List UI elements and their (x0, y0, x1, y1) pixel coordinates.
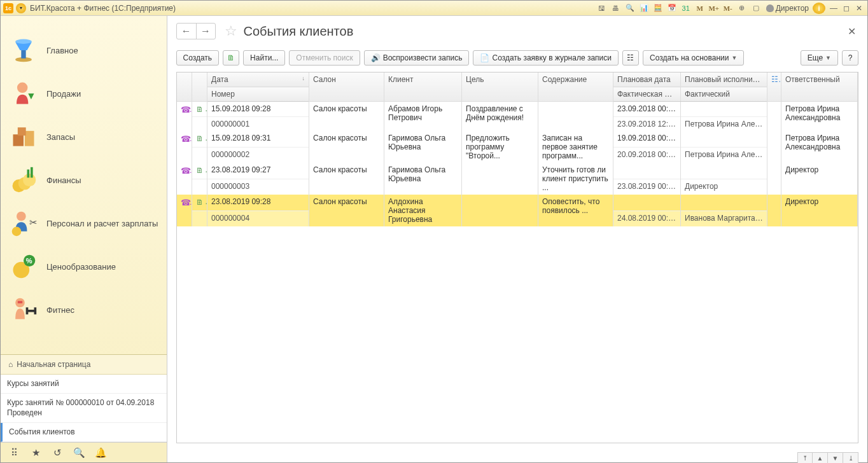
add-icon[interactable]: ⊕ (736, 3, 748, 14)
back-button[interactable]: ← (177, 24, 196, 39)
forward-button[interactable]: → (196, 24, 215, 39)
maximize-button[interactable]: ◻ (841, 3, 852, 13)
scroll-down-button[interactable]: ▼ (828, 452, 843, 463)
cell-goal: Предложить программу "Второй... (462, 131, 538, 163)
col-actual[interactable]: Фактический (681, 87, 767, 102)
user-indicator[interactable]: Директор (764, 4, 811, 13)
copy-button[interactable]: 🗎 (223, 50, 239, 66)
sidebar-item-hr[interactable]: ✂ Персонал и расчет зарплаты (1, 202, 167, 245)
sidebar-item-stock[interactable]: Запасы (1, 115, 167, 158)
sidebar-item-sales[interactable]: Продажи (1, 72, 167, 115)
scroll-top-button[interactable]: ⤒ (797, 452, 813, 463)
col-plan-executor[interactable]: Плановый исполнитель (681, 73, 767, 87)
history-icon[interactable]: ↺ (52, 447, 63, 459)
play-record-button[interactable]: 🔊Воспроизвести запись (364, 50, 470, 66)
table-row[interactable]: ☎🗎23.08.2019 09:27Салон красотыГаримова … (177, 163, 858, 179)
compare-icon[interactable]: 📊 (638, 3, 650, 14)
print-icon[interactable]: 🖶 (610, 3, 622, 14)
more-button[interactable]: Еще ▼ (801, 50, 838, 66)
info-icon[interactable]: i (813, 3, 825, 14)
user-label: Директор (776, 4, 809, 13)
cell-actual-executor: Петрова Ирина Алекса... (681, 116, 767, 131)
cell-date: 23.08.2019 09:27 (207, 163, 309, 179)
close-page-button[interactable]: ✕ (845, 23, 858, 40)
panels-icon[interactable]: ▢ (750, 3, 762, 14)
favorite-star[interactable]: ☆ (225, 23, 237, 39)
recent-link[interactable]: Курсы занятий (1, 375, 167, 394)
scroll-up-button[interactable]: ▲ (813, 452, 828, 463)
svg-rect-10 (27, 170, 30, 178)
search-icon[interactable]: 🔍 (73, 447, 85, 459)
data-table[interactable]: Дата↓ Салон Клиент Цель Содержание Плано… (176, 72, 859, 443)
titlebar-dropdown[interactable]: ▾ (16, 3, 26, 13)
m-plus-button[interactable]: M+ (708, 3, 720, 14)
table-row[interactable]: ☎🗎15.09.2018 09:31Салон красотыГаримова … (177, 131, 858, 147)
sidebar-item-finance[interactable]: Финансы (1, 158, 167, 202)
table-row[interactable]: ☎🗎15.09.2018 09:28Салон красотыАбрамов И… (177, 102, 858, 117)
home-icon: ⌂ (8, 360, 13, 369)
cell-salon: Салон красоты (309, 163, 384, 195)
cell-content: Оповестить, что появилось ... (538, 195, 613, 226)
sidebar-item-main[interactable]: Главное (1, 29, 167, 72)
page-title: События клиентов (244, 24, 354, 39)
sidebar-item-label: Продажи (46, 89, 81, 99)
cell-goal (462, 163, 538, 195)
close-button[interactable]: ✕ (853, 3, 865, 13)
lamp-icon (8, 35, 39, 66)
boxes-icon (8, 121, 39, 152)
sidebar-item-pricing[interactable]: % Ценообразование (1, 245, 167, 288)
col-date[interactable]: Дата↓ (207, 73, 309, 87)
col-responsible[interactable]: Ответственный (781, 73, 858, 102)
home-link[interactable]: ⌂ Начальная страница (1, 355, 167, 375)
apps-icon[interactable]: ⠿ (8, 447, 20, 459)
m-button[interactable]: M (694, 3, 706, 14)
cell-client: Алдохина Анастасия Григорьевна (384, 195, 462, 226)
recent-link-active[interactable]: События клиентов (1, 423, 167, 442)
phone-icon: ☎ (181, 198, 190, 207)
col-salon[interactable]: Салон (309, 73, 384, 102)
app-icon: 1c (3, 3, 13, 13)
cell-responsible: Директор (781, 163, 858, 195)
col-content[interactable]: Содержание (538, 73, 613, 102)
create-button[interactable]: Создать (176, 50, 220, 66)
col-number[interactable]: Номер (207, 87, 309, 102)
create-based-button[interactable]: Создать на основании ▼ (643, 50, 744, 66)
calc-icon[interactable]: 🧮 (652, 3, 664, 14)
col-client[interactable]: Клиент (384, 73, 462, 102)
date-icon[interactable]: 31 (680, 3, 692, 14)
cell-client: Гаримова Ольга Юрьевна (384, 163, 462, 195)
sidebar-item-fitness[interactable]: Фитнес (1, 288, 167, 331)
col-icon2[interactable] (192, 73, 207, 102)
cell-plan-executor (681, 163, 767, 179)
find-button[interactable]: Найти... (243, 50, 285, 66)
col-actual-date[interactable]: Фактическая дата (613, 87, 681, 102)
svg-rect-4 (13, 134, 24, 146)
svg-text:%: % (26, 257, 32, 265)
minimize-button[interactable]: — (828, 3, 839, 13)
cell-responsible: Директор (781, 195, 858, 226)
cell-plan-executor (681, 195, 767, 211)
scroll-bottom-button[interactable]: ⤓ (843, 452, 858, 463)
sidebar-item-label: Запасы (46, 132, 75, 142)
col-resp-icon[interactable]: ☷ (767, 73, 781, 102)
save-icon[interactable]: 🖫 (596, 3, 608, 14)
home-label: Начальная страница (17, 360, 90, 369)
notifications-icon[interactable]: 🔔 (95, 447, 106, 459)
calendar-icon[interactable]: 📅 (666, 3, 678, 14)
report-button[interactable]: ☷ (622, 50, 639, 66)
favorites-icon[interactable]: ★ (30, 447, 41, 459)
m-minus-button[interactable]: M- (722, 3, 734, 14)
table-row[interactable]: ☎🗎23.08.2019 09:28Салон красотыАлдохина … (177, 195, 858, 211)
col-plan-date[interactable]: Плановая дата (613, 73, 681, 87)
titlebar-tools: 🖫 🖶 🔍 📊 🧮 📅 31 M M+ M- ⊕ ▢ Директор i (596, 3, 825, 14)
preview-icon[interactable]: 🔍 (624, 3, 636, 14)
col-goal[interactable]: Цель (462, 73, 538, 102)
svg-rect-5 (25, 131, 34, 146)
help-button[interactable]: ? (842, 50, 858, 66)
cancel-find-button: Отменить поиск (289, 50, 360, 66)
recent-link[interactable]: Курс занятий № 000000010 от 04.09.2018 П… (1, 394, 167, 424)
cell-date: 23.08.2019 09:28 (207, 195, 309, 211)
svg-rect-1 (21, 49, 25, 59)
col-icon1[interactable] (177, 73, 192, 102)
create-request-button[interactable]: 📄Создать заявку в журнале записи (473, 50, 619, 66)
